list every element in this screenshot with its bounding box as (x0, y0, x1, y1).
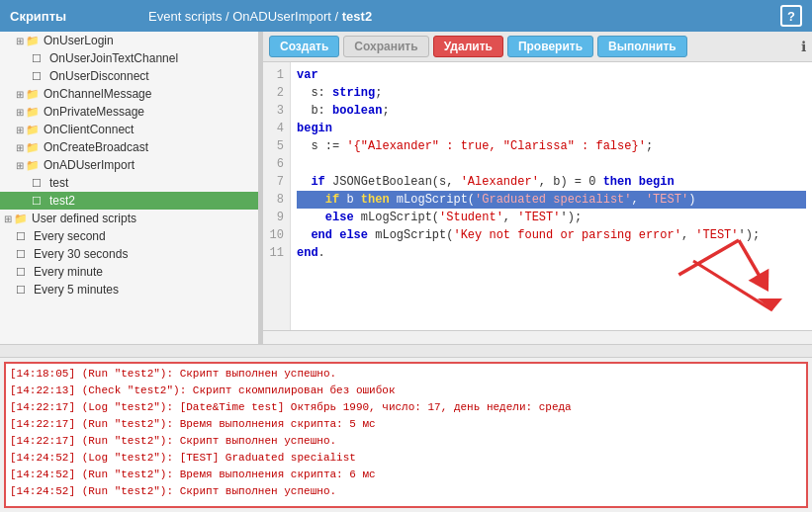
line-number-6: 6 (267, 155, 284, 173)
sidebar-item-onaduserimport[interactable]: ⊞📁OnADUserImport (0, 156, 258, 174)
bottom-h-scroll[interactable] (0, 345, 812, 358)
save-button[interactable]: Сохранить (343, 36, 428, 57)
log-msg: Скрипт выполнен успешно. (180, 485, 336, 497)
sidebar-item-userdefined[interactable]: ⊞📁User defined scripts (0, 210, 258, 227)
sidebar-item-label: Every 5 minutes (34, 283, 119, 297)
header: Скрипты Event scripts / OnADUserImport /… (0, 0, 812, 32)
file-icon: ☐ (32, 52, 45, 65)
log-type: (Log "test2"): (82, 401, 173, 413)
sidebar-item-label: OnADUserImport (44, 158, 135, 172)
help-button[interactable]: ? (780, 5, 802, 27)
line-number-10: 10 (267, 226, 284, 244)
line-number-8: 8 (267, 191, 284, 209)
file-icon: ☐ (16, 248, 30, 261)
log-type: (Check "test2"): (82, 384, 187, 396)
log-type: (Run "test2"): (82, 435, 173, 447)
folder-icon: 📁 (26, 159, 40, 172)
delete-button[interactable]: Удалить (433, 36, 503, 57)
bottom-panel: [14:18:05] (Run "test2"): Скрипт выполне… (0, 344, 812, 512)
file-icon: ☐ (16, 284, 30, 297)
sidebar-item-test[interactable]: ☐test (0, 174, 258, 192)
sidebar-item-onclientconnect[interactable]: ⊞📁OnClientConnect (0, 121, 258, 138)
sidebar-item-onuserjointextchannel[interactable]: ☐OnUserJoinTextChannel (0, 49, 258, 67)
log-msg: Время выполнения скрипта: 6 мс (180, 469, 376, 480)
line-number-5: 5 (267, 137, 284, 155)
code-line-5: s := '{"Alexander" : true, "Clarissa" : … (297, 137, 806, 155)
folder-icon: 📁 (14, 213, 28, 225)
log-type: (Run "test2"): (82, 418, 173, 430)
run-button[interactable]: Выполнить (597, 36, 687, 57)
file-icon: ☐ (16, 230, 30, 243)
code-line-6 (297, 155, 806, 173)
log-area[interactable]: [14:18:05] (Run "test2"): Скрипт выполне… (4, 362, 808, 508)
sidebar-item-every5minutes[interactable]: ☐Every 5 minutes (0, 281, 258, 299)
log-type: (Log "test2"): (82, 452, 173, 464)
log-type: (Run "test2"): (82, 469, 173, 480)
log-entry-7: [14:24:52] (Run "test2"): Скрипт выполне… (10, 483, 802, 500)
code-line-7: if JSONGetBoolean(s, 'Alexander', b) = 0… (297, 173, 806, 191)
sidebar-item-label: OnCreateBroadcast (44, 140, 148, 154)
log-time: [14:24:52] (10, 469, 75, 480)
sidebar-item-label: Every 30 seconds (34, 247, 128, 261)
arrow-icon (659, 236, 797, 325)
code-line-3: b: boolean; (297, 102, 806, 120)
check-button[interactable]: Проверить (507, 36, 593, 57)
folder-icon: 📁 (26, 88, 40, 101)
sidebar-item-every30seconds[interactable]: ☐Every 30 seconds (0, 245, 258, 263)
breadcrumb-current: test2 (342, 9, 372, 24)
sidebar-item-label: OnUserJoinTextChannel (49, 51, 178, 65)
sidebar-item-everysecond[interactable]: ☐Every second (0, 227, 258, 245)
sidebar-tree: ⊞📁OnUserLogin☐OnUserJoinTextChannel☐OnUs… (0, 32, 258, 299)
log-msg: [TEST] Graduated specialist (180, 452, 356, 464)
sidebar-item-oncreatebroadcast[interactable]: ⊞📁OnCreateBroadcast (0, 138, 258, 156)
sidebar-item-onuserdisconnect[interactable]: ☐OnUserDisconnect (0, 67, 258, 85)
log-entry-1: [14:22:13] (Check "test2"): Скрипт скомп… (10, 383, 802, 399)
horizontal-scrollbar[interactable] (263, 330, 812, 344)
sidebar-item-label: OnPrivateMessage (44, 105, 144, 119)
expand-icon: ⊞ (16, 107, 24, 118)
code-line-4: begin (297, 120, 806, 137)
line-number-2: 2 (267, 84, 284, 102)
log-type: (Run "test2"): (82, 485, 173, 497)
line-numbers: 1234567891011 (263, 62, 291, 330)
sidebar-item-label: OnClientConnect (44, 123, 134, 136)
create-button[interactable]: Создать (269, 36, 339, 57)
log-time: [14:18:05] (10, 368, 75, 380)
log-time: [14:24:52] (10, 485, 75, 497)
code-line-1: var (297, 66, 806, 84)
sidebar-item-onchannelmessage[interactable]: ⊞📁OnChannelMessage (0, 85, 258, 103)
info-icon[interactable]: ℹ (801, 39, 806, 54)
log-entry-5: [14:24:52] (Log "test2"): [TEST] Graduat… (10, 450, 802, 467)
svg-marker-5 (749, 269, 779, 298)
expand-icon: ⊞ (16, 142, 24, 153)
expand-icon: ⊞ (16, 125, 24, 135)
log-time: [14:22:13] (10, 384, 75, 396)
sidebar-item-everyminute[interactable]: ☐Every minute (0, 263, 258, 281)
line-number-11: 11 (267, 244, 284, 262)
sidebar-item-onprivatemessage[interactable]: ⊞📁OnPrivateMessage (0, 103, 258, 121)
log-msg: Время выполнения скрипта: 5 мс (180, 418, 376, 430)
main-layout: ⊞📁OnUserLogin☐OnUserJoinTextChannel☐OnUs… (0, 32, 812, 512)
file-icon: ☐ (32, 177, 45, 190)
log-entry-0: [14:18:05] (Run "test2"): Скрипт выполне… (10, 366, 802, 383)
log-msg: [Date&Time test] Октябрь 1990, число: 17… (180, 401, 572, 413)
sidebar-item-label: Every second (34, 229, 106, 243)
sidebar-item-onuserlogin[interactable]: ⊞📁OnUserLogin (0, 32, 258, 49)
log-time: [14:22:17] (10, 435, 75, 447)
code-line-2: s: string; (297, 84, 806, 102)
code-line-9: else mLogScript('Student', 'TEST''); (297, 209, 806, 226)
line-number-3: 3 (267, 102, 284, 120)
folder-icon: 📁 (26, 141, 40, 154)
line-number-9: 9 (267, 209, 284, 226)
line-number-4: 4 (267, 120, 284, 137)
sidebar-item-label: Every minute (34, 265, 103, 279)
log-type: (Run "test2"): (82, 368, 173, 380)
log-entry-3: [14:22:17] (Run "test2"): Время выполнен… (10, 416, 802, 433)
log-time: [14:22:17] (10, 401, 75, 413)
breadcrumb: Event scripts / OnADUserImport / test2 (129, 9, 780, 24)
sidebar-item-test2[interactable]: ☐test2 (0, 192, 258, 210)
sidebar-item-label: OnUserLogin (44, 34, 114, 47)
expand-icon: ⊞ (16, 160, 24, 171)
code-editor[interactable]: 1234567891011 var s: string; b: boolean;… (263, 62, 812, 330)
folder-icon: 📁 (26, 124, 40, 136)
